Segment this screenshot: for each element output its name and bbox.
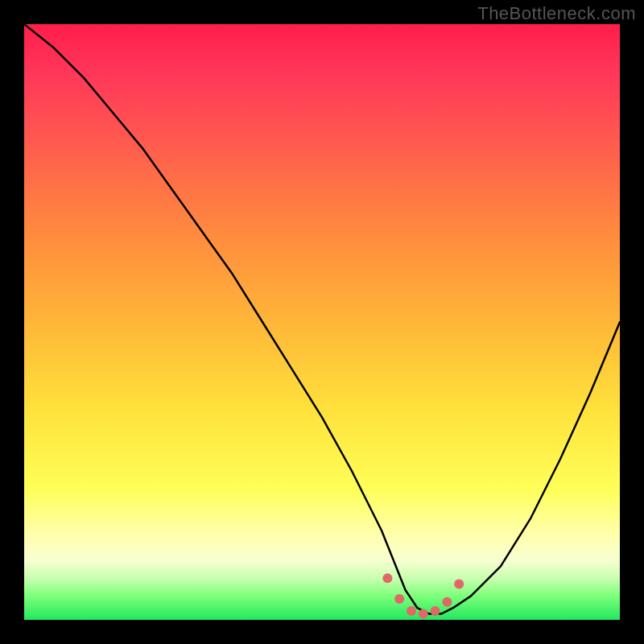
bottleneck-curve-path (24, 24, 620, 614)
curve-svg (24, 24, 620, 620)
marker-dot (382, 573, 392, 583)
chart-frame: TheBottleneck.com (0, 0, 644, 644)
marker-dot (419, 609, 428, 619)
watermark-text: TheBottleneck.com (477, 3, 636, 24)
marker-dot (442, 597, 452, 607)
marker-dot (407, 606, 416, 616)
flat-region-markers (382, 573, 464, 618)
marker-dot (431, 606, 440, 616)
marker-dot (454, 580, 464, 589)
plot-area (24, 24, 620, 620)
marker-dot (394, 594, 404, 604)
